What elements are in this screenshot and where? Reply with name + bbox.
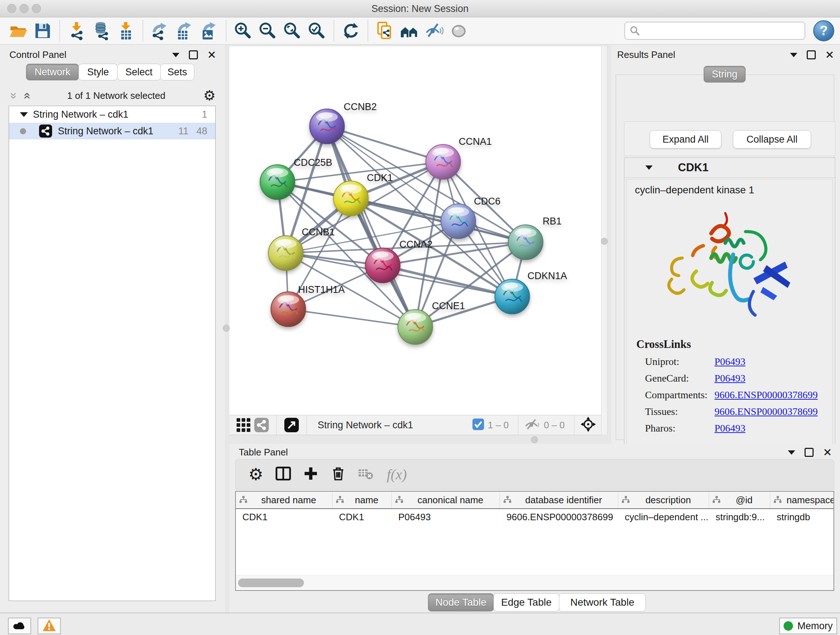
maximize-panel-icon[interactable] xyxy=(807,50,816,59)
node-CCNE1[interactable]: CCNE1 xyxy=(398,301,465,344)
crosslink-link[interactable]: P06493 xyxy=(714,356,745,367)
crosslink-link[interactable]: P06493 xyxy=(714,372,745,384)
show-columns-button[interactable] xyxy=(272,463,295,486)
network-row[interactable]: String Network – cdk1 11 48 xyxy=(9,123,215,139)
tab-edge-table[interactable]: Edge Table xyxy=(493,593,559,611)
crosslink-link[interactable]: 9606.ENSP00000378699 xyxy=(714,406,818,417)
delete-column-button[interactable] xyxy=(327,463,350,486)
collapse-tree-icon[interactable] xyxy=(20,112,28,117)
cell-canonical-name[interactable]: P06493 xyxy=(392,511,500,523)
show-all-views-button[interactable] xyxy=(399,20,420,41)
save-session-button[interactable] xyxy=(32,20,53,41)
node-RB1[interactable]: RB1 xyxy=(508,216,562,260)
maximize-panel-icon[interactable] xyxy=(805,448,813,457)
cell-shared-name[interactable]: CDK1 xyxy=(236,511,332,523)
zoom-out-button[interactable] xyxy=(257,20,278,41)
cell-description[interactable]: cyclin–dependent ... xyxy=(618,511,709,523)
tab-string[interactable]: String xyxy=(704,66,745,82)
zoom-selected-button[interactable] xyxy=(306,20,327,41)
node-CCNA1[interactable]: CCNA1 xyxy=(426,136,492,179)
preview-button[interactable] xyxy=(448,20,469,41)
export-table-button[interactable] xyxy=(174,20,195,41)
delete-table-button[interactable] xyxy=(354,463,377,486)
open-session-button[interactable] xyxy=(8,20,28,41)
search-input[interactable] xyxy=(644,23,801,38)
import-network-database-button[interactable] xyxy=(91,20,112,41)
hidden-eye-slash-icon[interactable] xyxy=(524,418,540,432)
detach-view-button[interactable] xyxy=(283,417,300,433)
edge-CCNB2-CCNA1[interactable] xyxy=(327,126,443,162)
help-button[interactable]: ? xyxy=(813,20,834,41)
zoom-in-button[interactable] xyxy=(233,20,254,41)
horizontal-scrollbar[interactable] xyxy=(236,575,834,590)
node-CCNB2[interactable]: CCNB2 xyxy=(309,101,377,144)
close-panel-icon[interactable]: ✕ xyxy=(207,50,216,60)
table-row[interactable]: CDK1CDK1P064939606.ENSP00000378699cyclin… xyxy=(236,509,834,525)
crosslink-link[interactable]: P06493 xyxy=(714,423,745,434)
edge-CCNB2-CCNE1[interactable] xyxy=(327,126,415,327)
tab-sets[interactable]: Sets xyxy=(160,64,194,80)
birds-eye-icon[interactable] xyxy=(580,416,596,434)
node-HIST1H1A[interactable]: HIST1H1A xyxy=(271,284,345,326)
cell-@id[interactable]: stringdb:9... xyxy=(709,511,770,523)
cloud-button[interactable] xyxy=(8,618,31,634)
column-header-@id[interactable]: @id xyxy=(709,492,770,508)
selected-checkbox-icon[interactable] xyxy=(472,418,484,432)
export-network-button[interactable] xyxy=(149,20,171,41)
node-CDKN1A[interactable]: CDKN1A xyxy=(495,271,567,314)
network-canvas[interactable]: CCNB2CCNA1CDC25BCDK1CDC6RB1CCNB1CCNA2CDK… xyxy=(229,46,601,415)
node-CDK1[interactable]: CDK1 xyxy=(333,172,393,216)
add-column-button[interactable] xyxy=(299,463,322,486)
column-header-shared-name[interactable]: shared name xyxy=(236,492,332,508)
column-header-name[interactable]: name xyxy=(332,492,392,508)
cell-database-identifier[interactable]: 9606.ENSP00000378699 xyxy=(500,511,618,523)
search-field[interactable] xyxy=(624,22,805,40)
gear-icon[interactable]: ⚙ xyxy=(203,89,216,103)
float-panel-icon[interactable] xyxy=(172,53,180,57)
function-builder-button[interactable]: f(x) xyxy=(387,463,407,486)
share-view-button[interactable] xyxy=(253,417,270,433)
edge-HIST1H1A-CCNE1[interactable] xyxy=(288,309,415,327)
cell-name[interactable]: CDK1 xyxy=(332,511,392,523)
crosslinks-list: Uniprot:P06493GeneCard:P06493Compartment… xyxy=(627,356,832,434)
collapse-entry-icon[interactable] xyxy=(645,165,653,170)
collapse-all-button[interactable]: Collapse All xyxy=(733,130,811,149)
right-splitter-handle[interactable] xyxy=(601,238,608,245)
hide-panel-button[interactable] xyxy=(424,20,445,41)
warnings-button[interactable] xyxy=(38,618,61,634)
tab-network[interactable]: Network xyxy=(26,64,79,80)
column-header-description[interactable]: description xyxy=(618,492,709,508)
crosslink-link[interactable]: 9606.ENSP00000378699 xyxy=(714,389,818,401)
node-CCNB1[interactable]: CCNB1 xyxy=(268,226,335,271)
float-panel-icon[interactable] xyxy=(788,450,795,455)
tab-select[interactable]: Select xyxy=(117,64,161,80)
import-network-file-button[interactable] xyxy=(66,20,87,41)
column-header-namespace[interactable]: namespace xyxy=(770,492,834,508)
left-splitter-handle[interactable] xyxy=(223,325,230,332)
tab-network-table[interactable]: Network Table xyxy=(559,593,646,611)
close-panel-icon[interactable]: ✕ xyxy=(823,447,832,458)
network-collection-row[interactable]: String Network – cdk1 1 xyxy=(9,106,215,123)
maximize-panel-icon[interactable] xyxy=(189,50,198,59)
import-table-button[interactable] xyxy=(115,20,136,41)
export-image-button[interactable] xyxy=(199,20,219,41)
column-header-canonical-name[interactable]: canonical name xyxy=(392,492,500,508)
table-settings-button[interactable]: ⚙ xyxy=(244,463,267,486)
close-panel-icon[interactable]: ✕ xyxy=(825,50,834,60)
column-header-database-identifier[interactable]: database identifier xyxy=(500,492,618,508)
float-panel-icon[interactable] xyxy=(790,53,797,57)
expand-all-button[interactable]: Expand All xyxy=(650,130,722,149)
collapse-all-icon[interactable]: » xyxy=(8,92,20,99)
zoom-fit-button[interactable] xyxy=(282,20,303,41)
tab-node-table[interactable]: Node Table xyxy=(428,593,494,611)
refresh-view-button[interactable] xyxy=(340,20,362,41)
copy-network-button[interactable] xyxy=(374,20,395,41)
tab-style[interactable]: Style xyxy=(79,64,118,80)
grid-view-button[interactable] xyxy=(235,417,252,433)
cell-namespace[interactable]: stringdb xyxy=(770,511,834,523)
memory-button[interactable]: Memory xyxy=(779,618,837,634)
expand-all-icon[interactable]: » xyxy=(20,92,32,99)
scrollbar-thumb[interactable] xyxy=(238,578,304,587)
horizontal-splitter-handle[interactable] xyxy=(531,436,538,443)
cdk1-entry-header[interactable]: CDK1 xyxy=(624,158,835,178)
